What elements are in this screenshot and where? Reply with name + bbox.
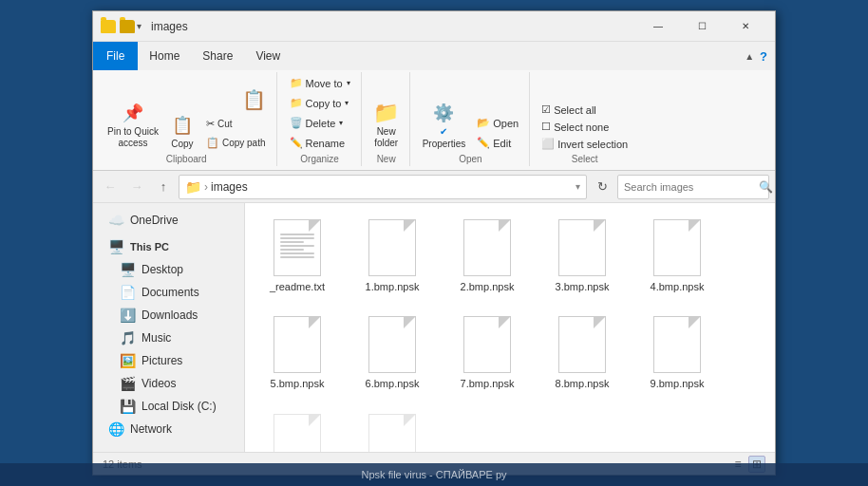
list-item[interactable]: 7.bmp.npsk (444, 309, 530, 397)
sidebar-item-downloads[interactable]: ⬇️ Downloads (93, 304, 244, 327)
properties-button[interactable]: ⚙️ ✔ Properties (418, 98, 471, 152)
cut-button[interactable]: ✂ Cut (201, 115, 271, 133)
open-sub-group: 📂 Open ✏️ Edit (472, 114, 523, 152)
doc-line (280, 234, 314, 235)
help-button[interactable]: ? (760, 49, 775, 64)
copy-path-label: Copy path (222, 138, 266, 148)
list-item[interactable] (349, 407, 435, 452)
list-item[interactable]: 5.bmp.npsk (255, 309, 340, 397)
up-button[interactable]: ↑ (152, 176, 175, 198)
sidebar-item-videos[interactable]: 🎬 Videos (93, 372, 244, 395)
pin-to-quick-access-button[interactable]: 📌 Pin to Quickaccess (103, 98, 163, 152)
maximize-button[interactable]: ☐ (680, 11, 724, 42)
sidebar-item-this-pc[interactable]: 🖥️ This PC (93, 232, 244, 258)
sidebar-item-pictures[interactable]: 🖼️ Pictures (93, 349, 244, 372)
file-icon (463, 219, 511, 276)
music-icon: 🎵 (120, 330, 136, 346)
select-none-label: Select none (554, 122, 609, 133)
search-box[interactable]: 🔍 (617, 175, 769, 199)
taskbar: Npsk file virus - СПАЙВАРЕ ру (0, 463, 868, 486)
new-folder-icon: 📁 (375, 102, 398, 124)
organize-col: 📁 Move to ▾ 📁 Copy to ▾ 🗑️ Delete (285, 74, 355, 152)
back-button[interactable]: ← (99, 176, 122, 198)
doc-lines (280, 234, 314, 258)
move-dropdown-arrow: ▾ (347, 79, 350, 87)
doc-line (280, 245, 314, 247)
delete-label: Delete (306, 118, 336, 129)
paste-group: 📋 ✂ Cut 📋 Copy path (201, 84, 271, 152)
breadcrumb-current: images (211, 180, 248, 194)
list-item[interactable]: 2.bmp.npsk (444, 213, 530, 300)
list-item[interactable]: 3.bmp.npsk (539, 213, 625, 300)
list-item[interactable]: 4.bmp.npsk (634, 213, 720, 300)
sidebar-item-onedrive[interactable]: ☁️ OneDrive (93, 209, 244, 232)
copy-to-icon: 📁 (290, 97, 303, 109)
sidebar-item-music[interactable]: 🎵 Music (93, 327, 244, 349)
close-button[interactable]: ✕ (724, 11, 767, 42)
invert-label: Invert selection (557, 139, 628, 150)
select-all-button[interactable]: ☑ Select all (538, 102, 632, 118)
search-input[interactable] (624, 181, 755, 193)
select-none-button[interactable]: ☐ Select none (538, 119, 632, 135)
onedrive-icon: ☁️ (108, 213, 124, 228)
list-item[interactable]: 6.bmp.npsk (349, 309, 435, 397)
file-icon (558, 316, 606, 373)
file-icon (368, 316, 416, 373)
downloads-icon: ⬇️ (120, 308, 136, 323)
menu-file[interactable]: File (93, 42, 138, 70)
file-icon (653, 316, 701, 373)
sidebar-item-local-disk[interactable]: 💾 Local Disk (C:) (93, 395, 244, 418)
file-name: 8.bmp.npsk (556, 377, 610, 390)
file-name: 5.bmp.npsk (271, 377, 325, 390)
menu-home[interactable]: Home (138, 42, 191, 70)
properties-label: Properties (423, 139, 466, 149)
title-dropdown-arrow[interactable]: ▾ (137, 21, 142, 31)
ribbon-collapse-btn[interactable]: ▲ (745, 51, 760, 62)
open-button[interactable]: 📂 Open (472, 114, 523, 132)
open-icon: 📂 (477, 117, 490, 129)
breadcrumb[interactable]: 📁 › images ▾ (179, 175, 587, 199)
new-buttons: 📁 Newfolder (369, 74, 404, 152)
sidebar-item-network[interactable]: 🌐 Network (93, 418, 244, 440)
file-icon-readme (274, 219, 321, 276)
delete-button[interactable]: 🗑️ Delete ▾ (285, 114, 355, 132)
scissors-icon: ✂ (206, 118, 215, 130)
network-label: Network (130, 422, 172, 436)
sidebar-item-desktop[interactable]: 🖥️ Desktop (93, 258, 244, 281)
new-folder-button[interactable]: 📁 Newfolder (369, 98, 404, 152)
list-item[interactable]: _readme.txt (255, 213, 340, 300)
minimize-button[interactable]: — (636, 11, 680, 42)
organize-group-label: Organize (300, 154, 339, 164)
rename-button[interactable]: ✏️ Rename (285, 134, 355, 152)
menu-view[interactable]: View (244, 42, 292, 70)
menu-share[interactable]: Share (191, 42, 244, 70)
this-pc-label: This PC (130, 241, 169, 252)
list-item[interactable]: 1.bmp.npsk (349, 213, 435, 300)
copy-button[interactable]: 📋 Copy (165, 110, 199, 152)
music-label: Music (142, 331, 171, 345)
breadcrumb-dropdown-arrow[interactable]: ▾ (576, 181, 580, 192)
file-grid: _readme.txt 1.bmp.npsk 2.bmp.npsk 3.bmp.… (245, 203, 775, 452)
refresh-button[interactable]: ↻ (591, 176, 613, 198)
select-none-icon: ☐ (541, 121, 551, 133)
forward-button[interactable]: → (125, 176, 148, 198)
list-item[interactable] (255, 407, 340, 452)
move-to-button[interactable]: 📁 Move to ▾ (285, 74, 355, 92)
sidebar-item-documents[interactable]: 📄 Documents (93, 281, 244, 304)
file-name: _readme.txt (270, 280, 325, 293)
edit-button[interactable]: ✏️ Edit (472, 134, 523, 152)
list-item[interactable]: 9.bmp.npsk (634, 309, 720, 397)
onedrive-label: OneDrive (130, 214, 179, 227)
clipboard-copy-path-button[interactable]: 📋 Copy path (201, 134, 271, 152)
copy-to-button[interactable]: 📁 Copy to ▾ (285, 94, 355, 112)
open-group-label: Open (459, 154, 481, 164)
invert-selection-button[interactable]: ⬜ Invert selection (538, 136, 632, 152)
pictures-label: Pictures (142, 354, 182, 367)
new-group: 📁 Newfolder New (364, 72, 410, 166)
copy-label: Copy (171, 139, 193, 149)
search-icon[interactable]: 🔍 (759, 180, 773, 194)
file-area: _readme.txt 1.bmp.npsk 2.bmp.npsk 3.bmp.… (245, 203, 775, 452)
paste-button[interactable]: 📋 (201, 84, 271, 114)
list-item[interactable]: 8.bmp.npsk (539, 309, 625, 397)
local-disk-label: Local Disk (C:) (142, 400, 217, 413)
